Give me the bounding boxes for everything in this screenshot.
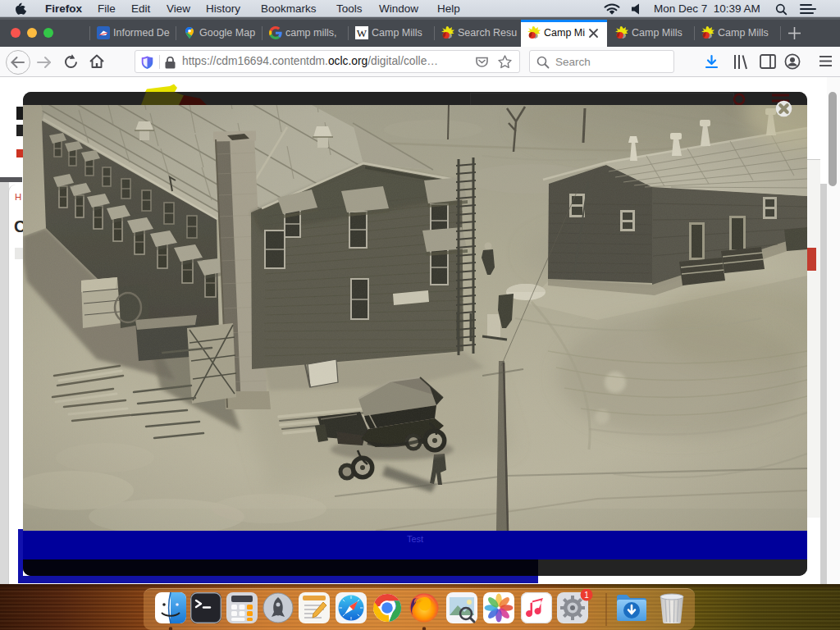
svg-text:W: W [357,27,368,39]
svg-text:1: 1 [584,591,589,600]
